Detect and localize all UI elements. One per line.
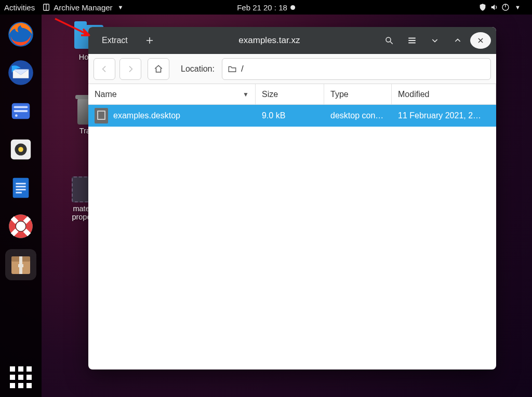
- svg-rect-5: [14, 106, 28, 108]
- svg-rect-13: [16, 183, 25, 184]
- speaker-icon: [9, 138, 33, 161]
- power-icon: [501, 3, 510, 11]
- dock-libreoffice-writer[interactable]: [5, 172, 36, 203]
- column-size[interactable]: Size: [256, 84, 324, 104]
- svg-point-23: [386, 37, 391, 42]
- file-modified: 11 February 2021, 2…: [392, 111, 496, 120]
- clock[interactable]: Feb 21 20 : 18: [237, 3, 295, 12]
- location-field[interactable]: /: [222, 58, 491, 80]
- file-list[interactable]: examples.desktop 9.0 kB desktop con… 11 …: [88, 105, 496, 127]
- svg-point-11: [18, 147, 23, 152]
- file-type: desktop con…: [324, 111, 392, 120]
- column-label: Name: [95, 90, 117, 99]
- hamburger-icon: [407, 36, 417, 45]
- chevron-down-icon: ▼: [515, 4, 521, 10]
- top-panel: Activities Archive Manager ▼ Feb 21 20 :…: [0, 0, 532, 15]
- activities-button[interactable]: Activities: [4, 3, 35, 12]
- volume-icon: [490, 3, 498, 11]
- dock-rhythmbox[interactable]: [5, 134, 36, 165]
- document-icon: [9, 176, 33, 200]
- extract-button[interactable]: Extract: [94, 31, 136, 50]
- window-title: examples.tar.xz: [163, 35, 376, 46]
- svg-rect-16: [16, 192, 21, 194]
- folder-icon: [228, 64, 237, 74]
- file-size: 9.0 kB: [256, 111, 324, 120]
- chevron-left-icon: [100, 65, 109, 73]
- titlebar[interactable]: Extract examples.tar.xz: [88, 27, 496, 54]
- svg-point-18: [16, 221, 26, 231]
- maximize-button[interactable]: [447, 31, 468, 50]
- nav-back-button[interactable]: [94, 58, 115, 80]
- dock-thunderbird[interactable]: [5, 57, 36, 88]
- dock-firefox[interactable]: [5, 19, 36, 50]
- dock: [0, 15, 42, 397]
- sort-indicator-icon: ▼: [243, 91, 249, 98]
- svg-point-7: [15, 114, 18, 117]
- status-area[interactable]: ▼: [478, 3, 521, 11]
- clock-label: Feb 21 20 : 18: [237, 3, 287, 12]
- thunderbird-icon: [7, 59, 34, 86]
- app-menu[interactable]: Archive Manager ▼: [42, 3, 123, 12]
- column-type[interactable]: Type: [324, 84, 392, 104]
- location-label: Location:: [181, 64, 215, 74]
- shield-icon: [478, 3, 487, 11]
- svg-rect-22: [18, 264, 23, 267]
- archive-manager-window: Extract examples.tar.xz: [88, 27, 496, 369]
- list-row[interactable]: examples.desktop 9.0 kB desktop con… 11 …: [88, 105, 496, 127]
- column-label: Size: [262, 90, 278, 99]
- firefox-icon: [7, 21, 34, 48]
- dock-files[interactable]: [5, 95, 36, 127]
- location-value: /: [241, 64, 244, 74]
- archive-icon: [8, 252, 33, 277]
- column-label: Type: [330, 90, 349, 99]
- chevron-up-icon: [454, 36, 462, 45]
- chevron-down-icon: [431, 36, 439, 45]
- add-files-button[interactable]: [139, 31, 160, 50]
- close-icon: [477, 37, 484, 44]
- list-header: Name ▼ Size Type Modified: [88, 84, 496, 105]
- location-toolbar: Location: /: [88, 54, 496, 84]
- file-icon: [95, 108, 108, 124]
- archive-app-icon: [42, 3, 50, 11]
- svg-rect-12: [13, 178, 29, 198]
- dock-help[interactable]: [5, 211, 36, 242]
- hamburger-menu-button[interactable]: [402, 31, 422, 50]
- plus-icon: [145, 36, 154, 45]
- activities-label: Activities: [4, 3, 35, 12]
- svg-rect-14: [16, 186, 25, 187]
- column-label: Modified: [398, 90, 429, 99]
- chevron-down-icon: ▼: [118, 4, 124, 10]
- close-button[interactable]: [470, 32, 491, 49]
- show-applications-button[interactable]: [8, 365, 33, 390]
- notification-dot-icon: [290, 5, 295, 10]
- search-icon: [384, 36, 394, 45]
- home-icon: [154, 64, 163, 74]
- nav-forward-button[interactable]: [119, 58, 141, 80]
- dock-archive-manager[interactable]: [5, 249, 36, 280]
- lifebuoy-icon: [7, 213, 34, 240]
- minimize-button[interactable]: [424, 31, 445, 50]
- extract-label: Extract: [102, 36, 128, 45]
- home-button[interactable]: [148, 58, 169, 80]
- svg-rect-6: [14, 110, 28, 112]
- chevron-right-icon: [126, 65, 135, 73]
- svg-rect-15: [16, 189, 25, 190]
- column-modified[interactable]: Modified: [392, 84, 496, 104]
- app-menu-label: Archive Manager: [54, 3, 112, 12]
- files-icon: [9, 99, 33, 123]
- search-button[interactable]: [379, 31, 400, 50]
- column-name[interactable]: Name ▼: [88, 84, 256, 104]
- file-name: examples.desktop: [113, 111, 180, 120]
